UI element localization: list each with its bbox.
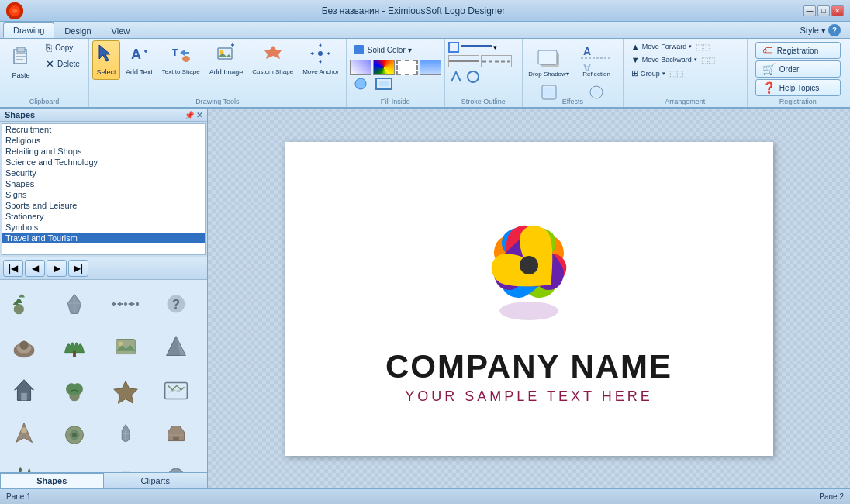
text-to-shape-button[interactable]: T Text to Shape <box>158 40 204 79</box>
shape-cell[interactable] <box>3 413 45 455</box>
help-topics-icon: ❓ <box>762 81 776 94</box>
shape-cell[interactable] <box>105 283 147 325</box>
paste-label: Paste <box>12 71 29 80</box>
registration-button[interactable]: 🏷 Registration <box>755 42 841 59</box>
stroke-style-1[interactable] <box>448 55 479 67</box>
svg-text:A: A <box>583 45 591 57</box>
list-item-selected[interactable]: Travel and Tourism <box>2 233 205 243</box>
shape-cell[interactable] <box>54 370 95 412</box>
shape-cell[interactable] <box>3 457 45 472</box>
svg-point-49 <box>118 302 121 306</box>
tab-shapes[interactable]: Shapes <box>0 473 104 488</box>
effects-section: Drop Shadow▾ A A Reflection Effects <box>523 39 624 107</box>
svg-rect-32 <box>449 43 458 52</box>
add-image-button[interactable]: Add Image <box>206 40 247 80</box>
canvas-area[interactable]: COMPANY NAME YOUR SAMPLE TEXT HERE <box>208 109 850 488</box>
shape-cell[interactable] <box>155 370 197 412</box>
first-button[interactable]: |◀ <box>3 260 23 277</box>
svg-point-67 <box>72 433 77 437</box>
stroke-outline-section: ▾ Stroke Outline <box>445 39 523 107</box>
svg-point-34 <box>468 71 479 82</box>
move-anchor-button[interactable]: Move Anchor <box>299 40 343 79</box>
svg-point-79 <box>499 302 558 320</box>
move-backward-icon: ▼ <box>631 55 640 64</box>
shape-cell[interactable] <box>155 457 197 472</box>
delete-button[interactable]: ✕ Delete <box>40 57 85 71</box>
shape-cell[interactable]: ? <box>155 283 197 325</box>
shape-cell[interactable] <box>155 326 197 368</box>
help-icon[interactable]: ? <box>828 24 841 36</box>
panel-header: Shapes 📌 ✕ <box>0 109 207 122</box>
tab-view[interactable]: View <box>102 23 140 38</box>
svg-rect-71 <box>173 437 179 441</box>
select-button[interactable]: Select <box>92 40 120 80</box>
list-item[interactable]: Symbols <box>2 222 205 233</box>
svg-point-43 <box>14 304 24 314</box>
minimize-button[interactable]: — <box>803 5 816 16</box>
stroke-dropdown[interactable]: ▾ <box>493 43 497 51</box>
svg-point-52 <box>136 302 139 306</box>
move-forward-button[interactable]: ▲ Move Forward ▾ ⬚⬚ <box>627 40 744 53</box>
group-button[interactable]: ⊞ Group ▾ ⬚⬚ <box>627 67 744 80</box>
fill-solid-swatch[interactable] <box>420 60 441 75</box>
shape-cell[interactable] <box>54 283 95 325</box>
fill-none-swatch[interactable] <box>396 60 418 75</box>
paste-button[interactable]: Paste <box>3 40 39 83</box>
list-item[interactable]: Shapes <box>2 178 205 189</box>
shape-cell[interactable] <box>3 283 45 325</box>
shape-cell[interactable] <box>54 326 95 368</box>
shapes-list[interactable]: Recruitment Religious Retailing and Shop… <box>2 123 206 255</box>
svg-point-57 <box>19 340 28 349</box>
list-item[interactable]: Religious <box>2 135 205 146</box>
status-bar: Pane 1 Pane 2 <box>0 488 850 504</box>
solid-color-button[interactable]: Solid Color ▾ <box>350 42 441 57</box>
list-item[interactable]: Recruitment <box>2 124 205 135</box>
shape-cell[interactable] <box>105 370 147 412</box>
company-name-text: COMPANY NAME <box>385 348 672 385</box>
shape-cell[interactable] <box>3 326 45 368</box>
last-button[interactable]: ▶| <box>68 260 88 277</box>
clipboard-label: Clipboard <box>0 98 88 105</box>
list-item[interactable]: Sports and Leisure <box>2 200 205 211</box>
fill-gradient-swatch[interactable] <box>350 60 371 75</box>
maximize-button[interactable]: □ <box>817 5 830 16</box>
shape-cell[interactable] <box>3 370 45 412</box>
move-backward-button[interactable]: ▼ Move Backward ▾ ⬚⬚ <box>627 54 744 66</box>
list-item[interactable]: Security <box>2 167 205 178</box>
reflection-button[interactable]: A A Reflection <box>573 40 620 80</box>
add-text-button[interactable]: A Add Text <box>122 40 157 80</box>
fill-pattern-swatch[interactable] <box>373 60 395 75</box>
shape-cell[interactable] <box>105 326 147 368</box>
svg-marker-27 <box>328 52 330 55</box>
custom-shape-button[interactable]: Custom Shape <box>248 40 297 79</box>
move-anchor-icon <box>310 43 330 67</box>
close-button[interactable]: ✕ <box>831 5 844 16</box>
shape-cell[interactable] <box>54 457 95 472</box>
panel-pin-button[interactable]: 📌 <box>185 111 194 119</box>
order-icon: 🛒 <box>762 63 776 75</box>
copy-button[interactable]: ⎘ Copy <box>40 40 85 55</box>
svg-rect-61 <box>21 393 27 401</box>
list-item[interactable]: Science and Technology <box>2 157 205 167</box>
svg-rect-59 <box>116 340 135 354</box>
drop-shadow-button[interactable]: Drop Shadow▾ <box>526 40 572 80</box>
shape-cell[interactable] <box>105 413 147 455</box>
stroke-style-2[interactable] <box>481 55 512 67</box>
svg-point-19 <box>318 51 323 56</box>
style-button[interactable]: Style ▾ ? <box>794 22 847 38</box>
list-item[interactable]: Signs <box>2 189 205 200</box>
help-topics-button[interactable]: ❓ Help Topics <box>755 79 841 96</box>
list-item[interactable]: Stationery <box>2 211 205 222</box>
shape-cell[interactable] <box>105 457 147 472</box>
order-button[interactable]: 🛒 Order <box>755 60 841 78</box>
panel-close-button[interactable]: ✕ <box>196 111 202 119</box>
tab-drawing[interactable]: Drawing <box>3 22 54 38</box>
play-button[interactable]: ▶ <box>47 260 67 277</box>
shape-cell[interactable] <box>155 413 197 455</box>
tab-design[interactable]: Design <box>54 23 101 38</box>
prev-button[interactable]: ◀ <box>25 260 45 277</box>
tab-cliparts[interactable]: Cliparts <box>104 473 208 488</box>
registration-label: Registration <box>748 98 848 105</box>
list-item[interactable]: Retailing and Shops <box>2 146 205 157</box>
shape-cell[interactable] <box>54 413 95 455</box>
